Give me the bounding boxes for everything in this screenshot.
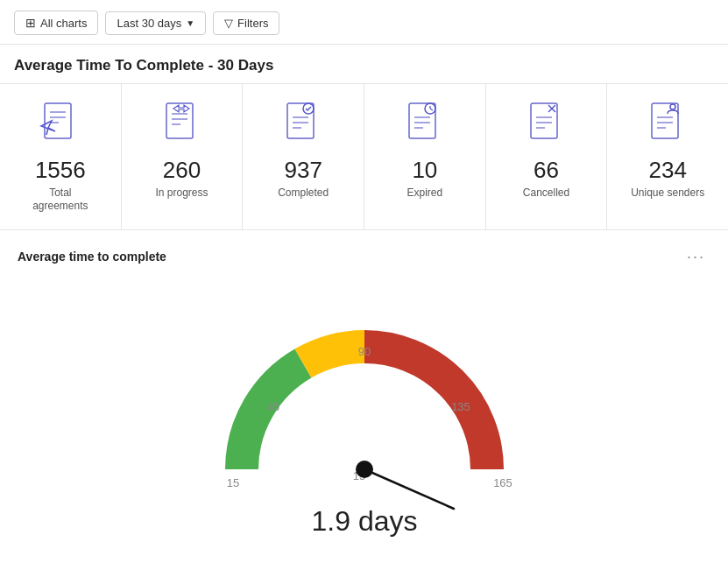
svg-rect-15 <box>409 103 435 138</box>
cancelled-number: 66 <box>534 158 559 183</box>
stats-grid: 1556 Total agreements 260 In progress <box>0 83 728 230</box>
cancelled-icon <box>526 102 568 147</box>
in-progress-number: 260 <box>163 158 201 183</box>
stat-card-cancelled: 66 Cancelled <box>486 84 608 229</box>
in-progress-label: In progress <box>155 186 208 201</box>
expired-icon <box>404 102 446 147</box>
filter-icon: ▽ <box>224 17 233 30</box>
total-agreements-icon <box>39 102 81 147</box>
all-charts-label: All charts <box>40 17 87 30</box>
completed-icon <box>282 102 324 147</box>
page-title: Average Time To Complete - 30 Days <box>0 45 728 83</box>
charts-icon: ⊞ <box>25 16 36 30</box>
stat-card-unique-senders: 234 Unique senders <box>607 84 728 229</box>
stat-card-expired: 10 Expired <box>364 84 486 229</box>
tick-45-label: 45 <box>266 400 279 413</box>
stat-card-total-agreements: 1556 Total agreements <box>0 84 122 229</box>
gauge-menu-button[interactable]: ··· <box>682 246 710 268</box>
total-agreements-label: Total agreements <box>32 186 88 214</box>
gauge-header: Average time to complete ··· <box>18 246 710 268</box>
gauge-chart: 15 15 45 90 135 165 1.9 days <box>145 277 583 548</box>
top-bar: ⊞ All charts Last 30 days ▼ ▽ Filters <box>0 0 728 45</box>
gauge-needle-center <box>356 461 373 478</box>
tick-165-label: 165 <box>493 476 512 489</box>
svg-rect-0 <box>45 103 71 138</box>
unique-senders-number: 234 <box>649 158 687 183</box>
total-agreements-number: 1556 <box>35 158 86 183</box>
svg-rect-22 <box>531 103 557 138</box>
chevron-down-icon: ▼ <box>186 18 194 28</box>
tick-135-label: 135 <box>451 400 470 413</box>
gauge-section: Average time to complete ··· 15 15 45 90 <box>0 230 728 563</box>
svg-line-5 <box>46 128 48 135</box>
unique-senders-icon <box>647 102 689 147</box>
tick-15-label: 15 <box>226 476 238 489</box>
stat-card-in-progress: 260 In progress <box>122 84 244 229</box>
completed-label: Completed <box>278 186 329 201</box>
expired-number: 10 <box>412 158 437 183</box>
tick-90-label: 90 <box>357 345 370 358</box>
date-range-button[interactable]: Last 30 days ▼ <box>105 11 206 35</box>
in-progress-icon <box>161 102 203 147</box>
all-charts-button[interactable]: ⊞ All charts <box>14 11 98 35</box>
gauge-needle-line <box>364 469 454 509</box>
gauge-container: 15 15 45 90 135 165 1.9 days <box>18 277 710 548</box>
date-range-label: Last 30 days <box>117 17 181 30</box>
stat-card-completed: 937 Completed <box>243 84 364 229</box>
filters-label: Filters <box>237 17 268 30</box>
filters-button[interactable]: ▽ Filters <box>213 11 279 35</box>
cancelled-label: Cancelled <box>523 186 569 201</box>
svg-line-21 <box>430 109 433 110</box>
unique-senders-label: Unique senders <box>631 186 704 201</box>
completed-number: 937 <box>284 158 322 183</box>
expired-label: Expired <box>407 186 443 201</box>
svg-point-32 <box>670 104 675 109</box>
gauge-value-label: 1.9 days <box>311 505 417 537</box>
gauge-title: Average time to complete <box>18 250 166 264</box>
